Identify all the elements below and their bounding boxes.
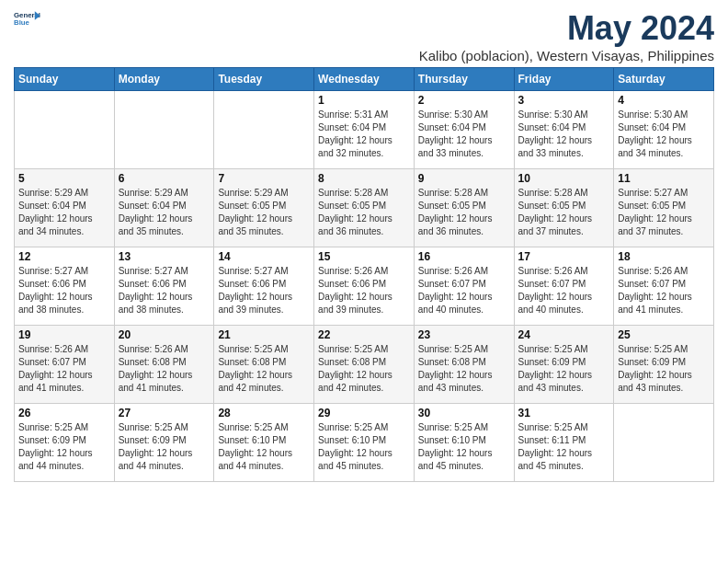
day-info: Sunrise: 5:28 AMSunset: 6:05 PMDaylight:…: [418, 187, 510, 238]
day-number: 16: [418, 250, 510, 263]
calendar-week-row: 5Sunrise: 5:29 AMSunset: 6:04 PMDaylight…: [15, 169, 714, 247]
page-title: May 2024: [419, 9, 714, 48]
day-number: 29: [318, 407, 410, 419]
day-info: Sunrise: 5:25 AMSunset: 6:08 PMDaylight:…: [218, 343, 310, 395]
day-info: Sunrise: 5:25 AMSunset: 6:08 PMDaylight:…: [418, 343, 510, 395]
title-area: May 2024 Kalibo (poblacion), Western Vis…: [419, 9, 714, 63]
day-info: Sunrise: 5:25 AMSunset: 6:10 PMDaylight:…: [318, 421, 410, 473]
calendar-day-cell: 20Sunrise: 5:26 AMSunset: 6:08 PMDayligh…: [114, 326, 214, 404]
day-info: Sunrise: 5:27 AMSunset: 6:06 PMDaylight:…: [218, 265, 310, 316]
calendar-day-cell: 30Sunrise: 5:25 AMSunset: 6:10 PMDayligh…: [414, 404, 514, 482]
day-info: Sunrise: 5:29 AMSunset: 6:05 PMDaylight:…: [218, 187, 310, 238]
calendar-day-cell: 16Sunrise: 5:26 AMSunset: 6:07 PMDayligh…: [414, 247, 514, 326]
day-info: Sunrise: 5:27 AMSunset: 6:06 PMDaylight:…: [119, 265, 210, 316]
page-header: General Blue May 2024 Kalibo (poblacion)…: [14, 9, 714, 63]
calendar-day-cell: 17Sunrise: 5:26 AMSunset: 6:07 PMDayligh…: [514, 247, 614, 326]
day-number: 28: [218, 407, 310, 419]
day-number: 9: [418, 172, 510, 185]
calendar-day-cell: 13Sunrise: 5:27 AMSunset: 6:06 PMDayligh…: [114, 247, 214, 326]
calendar-day-cell: 14Sunrise: 5:27 AMSunset: 6:06 PMDayligh…: [214, 247, 314, 326]
calendar-empty-cell: [15, 91, 115, 169]
day-info: Sunrise: 5:31 AMSunset: 6:04 PMDaylight:…: [318, 109, 410, 160]
calendar-day-cell: 15Sunrise: 5:26 AMSunset: 6:06 PMDayligh…: [314, 247, 415, 326]
day-info: Sunrise: 5:25 AMSunset: 6:09 PMDaylight:…: [618, 343, 710, 395]
header-monday: Monday: [114, 68, 214, 91]
day-info: Sunrise: 5:25 AMSunset: 6:11 PMDaylight:…: [518, 421, 610, 473]
calendar-day-cell: 1Sunrise: 5:31 AMSunset: 6:04 PMDaylight…: [314, 91, 415, 169]
calendar-week-row: 12Sunrise: 5:27 AMSunset: 6:06 PMDayligh…: [15, 247, 714, 326]
calendar-week-row: 1Sunrise: 5:31 AMSunset: 6:04 PMDaylight…: [15, 91, 714, 169]
day-number: 20: [119, 328, 210, 341]
calendar-day-cell: 3Sunrise: 5:30 AMSunset: 6:04 PMDaylight…: [514, 91, 614, 169]
calendar-week-row: 19Sunrise: 5:26 AMSunset: 6:07 PMDayligh…: [15, 326, 714, 404]
day-number: 27: [119, 407, 210, 419]
day-info: Sunrise: 5:25 AMSunset: 6:08 PMDaylight:…: [318, 343, 410, 395]
calendar-day-cell: 26Sunrise: 5:25 AMSunset: 6:09 PMDayligh…: [15, 404, 115, 482]
svg-text:Blue: Blue: [14, 18, 30, 27]
day-number: 6: [119, 172, 210, 185]
day-info: Sunrise: 5:29 AMSunset: 6:04 PMDaylight:…: [18, 187, 110, 238]
calendar-day-cell: 11Sunrise: 5:27 AMSunset: 6:05 PMDayligh…: [614, 169, 714, 247]
day-number: 25: [618, 328, 710, 341]
calendar-header-row: SundayMondayTuesdayWednesdayThursdayFrid…: [15, 68, 714, 91]
day-info: Sunrise: 5:26 AMSunset: 6:07 PMDaylight:…: [18, 343, 110, 395]
calendar-day-cell: 22Sunrise: 5:25 AMSunset: 6:08 PMDayligh…: [314, 326, 415, 404]
header-wednesday: Wednesday: [314, 68, 415, 91]
day-number: 17: [518, 250, 610, 263]
day-info: Sunrise: 5:25 AMSunset: 6:10 PMDaylight:…: [218, 421, 310, 473]
calendar-day-cell: 27Sunrise: 5:25 AMSunset: 6:09 PMDayligh…: [114, 404, 214, 482]
day-number: 10: [518, 172, 610, 185]
calendar-day-cell: 7Sunrise: 5:29 AMSunset: 6:05 PMDaylight…: [214, 169, 314, 247]
day-number: 1: [318, 94, 410, 107]
day-number: 7: [218, 172, 310, 185]
calendar-day-cell: 28Sunrise: 5:25 AMSunset: 6:10 PMDayligh…: [214, 404, 314, 482]
calendar-day-cell: 12Sunrise: 5:27 AMSunset: 6:06 PMDayligh…: [15, 247, 115, 326]
header-saturday: Saturday: [614, 68, 714, 91]
day-info: Sunrise: 5:28 AMSunset: 6:05 PMDaylight:…: [518, 187, 610, 238]
day-number: 19: [18, 328, 110, 341]
day-number: 23: [418, 328, 510, 341]
day-number: 4: [618, 94, 710, 107]
day-number: 13: [119, 250, 210, 263]
header-thursday: Thursday: [414, 68, 514, 91]
page-subtitle: Kalibo (poblacion), Western Visayas, Phi…: [419, 48, 714, 63]
day-info: Sunrise: 5:26 AMSunset: 6:07 PMDaylight:…: [518, 265, 610, 316]
day-number: 2: [418, 94, 510, 107]
calendar-day-cell: 2Sunrise: 5:30 AMSunset: 6:04 PMDaylight…: [414, 91, 514, 169]
day-number: 21: [218, 328, 310, 341]
calendar-day-cell: 25Sunrise: 5:25 AMSunset: 6:09 PMDayligh…: [614, 326, 714, 404]
calendar-day-cell: 18Sunrise: 5:26 AMSunset: 6:07 PMDayligh…: [614, 247, 714, 326]
header-sunday: Sunday: [15, 68, 115, 91]
logo: General Blue: [14, 9, 41, 29]
calendar-week-row: 26Sunrise: 5:25 AMSunset: 6:09 PMDayligh…: [15, 404, 714, 482]
calendar-day-cell: 4Sunrise: 5:30 AMSunset: 6:04 PMDaylight…: [614, 91, 714, 169]
calendar-table: SundayMondayTuesdayWednesdayThursdayFrid…: [14, 67, 714, 482]
day-info: Sunrise: 5:28 AMSunset: 6:05 PMDaylight:…: [318, 187, 410, 238]
calendar-day-cell: 8Sunrise: 5:28 AMSunset: 6:05 PMDaylight…: [314, 169, 415, 247]
calendar-empty-cell: [614, 404, 714, 482]
calendar-day-cell: 5Sunrise: 5:29 AMSunset: 6:04 PMDaylight…: [15, 169, 115, 247]
day-number: 15: [318, 250, 410, 263]
day-info: Sunrise: 5:25 AMSunset: 6:09 PMDaylight:…: [119, 421, 210, 473]
day-number: 14: [218, 250, 310, 263]
header-tuesday: Tuesday: [214, 68, 314, 91]
day-info: Sunrise: 5:30 AMSunset: 6:04 PMDaylight:…: [618, 109, 710, 160]
day-info: Sunrise: 5:26 AMSunset: 6:06 PMDaylight:…: [318, 265, 410, 316]
day-number: 22: [318, 328, 410, 341]
calendar-empty-cell: [114, 91, 214, 169]
calendar-day-cell: 21Sunrise: 5:25 AMSunset: 6:08 PMDayligh…: [214, 326, 314, 404]
day-info: Sunrise: 5:25 AMSunset: 6:09 PMDaylight:…: [18, 421, 110, 473]
day-number: 31: [518, 407, 610, 419]
day-info: Sunrise: 5:27 AMSunset: 6:06 PMDaylight:…: [18, 265, 110, 316]
calendar-empty-cell: [214, 91, 314, 169]
day-info: Sunrise: 5:25 AMSunset: 6:09 PMDaylight:…: [518, 343, 610, 395]
day-number: 3: [518, 94, 610, 107]
day-number: 30: [418, 407, 510, 419]
calendar-day-cell: 9Sunrise: 5:28 AMSunset: 6:05 PMDaylight…: [414, 169, 514, 247]
day-info: Sunrise: 5:30 AMSunset: 6:04 PMDaylight:…: [418, 109, 510, 160]
calendar-day-cell: 31Sunrise: 5:25 AMSunset: 6:11 PMDayligh…: [514, 404, 614, 482]
day-info: Sunrise: 5:25 AMSunset: 6:10 PMDaylight:…: [418, 421, 510, 473]
day-info: Sunrise: 5:27 AMSunset: 6:05 PMDaylight:…: [618, 187, 710, 238]
day-number: 8: [318, 172, 410, 185]
day-number: 12: [18, 250, 110, 263]
